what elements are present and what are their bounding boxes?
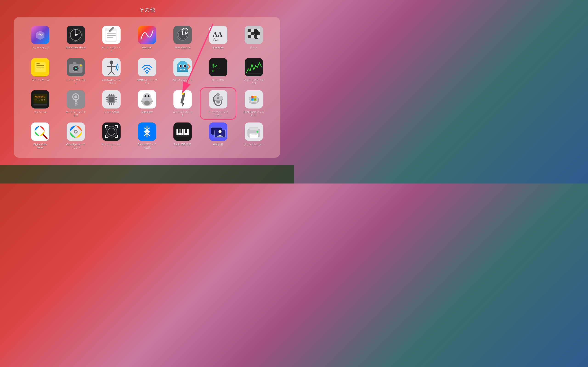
svg-rect-128 bbox=[254, 98, 256, 100]
svg-rect-84 bbox=[75, 102, 78, 103]
colormetric-label: Digital Color Meter bbox=[30, 143, 51, 149]
timemachine-icon bbox=[173, 26, 192, 44]
printcenter-icon bbox=[245, 123, 263, 141]
svg-rect-159 bbox=[250, 133, 258, 138]
svg-point-38 bbox=[254, 29, 259, 35]
app-airmac[interactable]: AirMacユーティリティ bbox=[130, 56, 164, 87]
svg-point-119 bbox=[217, 97, 219, 99]
svg-text:$>_: $>_ bbox=[212, 63, 220, 68]
bluetooth-label: Bluetoothファイル交換 bbox=[137, 143, 157, 149]
app-printcenter[interactable]: プリントセンター bbox=[236, 121, 271, 151]
chess-label: チェス bbox=[250, 46, 258, 49]
terminal-icon: $>_ ▮ bbox=[209, 58, 227, 76]
app-audiomidi[interactable]: Audio MIDI設定 bbox=[165, 121, 200, 151]
airmac-icon bbox=[138, 58, 156, 76]
app-textedit[interactable]: テキストエディット bbox=[94, 24, 129, 54]
app-screenshot[interactable]: スクリーンショット bbox=[94, 121, 129, 151]
svg-text:WARNING: WARNING bbox=[35, 95, 45, 98]
automator-icon bbox=[138, 90, 156, 108]
screenshot-label: スクリーンショット bbox=[101, 143, 122, 149]
folder-container: ショートカット Q QuickTime Player bbox=[14, 17, 280, 158]
svg-rect-158 bbox=[250, 127, 258, 130]
app-keychain[interactable]: キーチェーンアクセス bbox=[59, 88, 93, 119]
shortcuts-label: ショートカット bbox=[32, 46, 49, 49]
svg-rect-39 bbox=[255, 38, 258, 39]
sysinfo-label: システム情報 bbox=[104, 110, 119, 114]
svg-rect-149 bbox=[178, 129, 180, 133]
app-imagecapture[interactable]: イメージキャプチャ bbox=[59, 56, 93, 87]
app-automator[interactable]: Automator bbox=[130, 88, 164, 119]
app-activity[interactable]: アクティビティモニタ bbox=[236, 56, 271, 87]
diskutil-label: ディスクユーティリティ bbox=[208, 110, 229, 117]
svg-rect-34 bbox=[248, 35, 251, 38]
svg-rect-126 bbox=[254, 96, 256, 98]
printcenter-label: プリントセンター bbox=[244, 143, 264, 146]
svg-point-6 bbox=[75, 34, 77, 36]
svg-point-105 bbox=[148, 95, 149, 97]
voiceover-label: VoiceOverユーティリティ bbox=[101, 78, 122, 85]
scripteditor-icon bbox=[173, 90, 192, 108]
activity-icon bbox=[245, 58, 263, 76]
quicktime-label: QuickTime Player bbox=[66, 46, 86, 49]
app-shortcuts[interactable]: ショートカット bbox=[23, 24, 58, 54]
svg-point-131 bbox=[38, 129, 42, 133]
svg-point-52 bbox=[80, 65, 82, 66]
terminal-label: ターミナル bbox=[212, 78, 225, 81]
sysinfo-icon bbox=[102, 90, 121, 108]
colorsync-icon bbox=[67, 123, 85, 141]
app-colorsync[interactable]: ColorSyncユーティリティ bbox=[59, 121, 93, 151]
app-voiceover[interactable]: VoiceOverユーティリティ bbox=[94, 56, 129, 87]
svg-rect-151 bbox=[185, 129, 187, 133]
app-colormetric[interactable]: Digital Color Meter bbox=[23, 121, 58, 151]
svg-rect-79 bbox=[34, 104, 47, 106]
console-label: コンソール bbox=[34, 110, 47, 114]
app-quicktime[interactable]: Q QuickTime Player bbox=[59, 24, 93, 54]
app-bluetooth[interactable]: Bluetoothファイル交換 bbox=[130, 121, 164, 151]
app-grapher[interactable]: Grapher bbox=[130, 24, 164, 54]
svg-point-68 bbox=[184, 65, 186, 67]
app-console[interactable]: WARNING AY 7:36 コンソール bbox=[23, 88, 58, 119]
app-terminal[interactable]: $>_ ▮ ターミナル bbox=[201, 56, 235, 87]
app-chess[interactable]: チェス bbox=[236, 24, 271, 54]
keychain-icon bbox=[67, 90, 85, 108]
grapher-icon bbox=[138, 26, 156, 44]
console-icon: WARNING AY 7:36 bbox=[31, 90, 49, 108]
app-screensharing[interactable]: 画面共有 bbox=[201, 121, 235, 151]
svg-rect-35 bbox=[251, 35, 254, 38]
svg-rect-51 bbox=[73, 62, 77, 65]
app-fontbook[interactable]: AA Aa Font Book bbox=[201, 24, 235, 54]
stickies-label: スティッキーズ bbox=[32, 78, 49, 81]
colormetric-icon bbox=[31, 123, 49, 141]
svg-rect-150 bbox=[181, 129, 182, 133]
svg-rect-30 bbox=[248, 32, 251, 35]
svg-point-124 bbox=[249, 96, 259, 101]
app-timemachine[interactable]: Time Machine bbox=[165, 24, 200, 54]
fontbook-icon: AA Aa bbox=[209, 26, 227, 44]
svg-point-50 bbox=[75, 67, 77, 69]
svg-point-67 bbox=[180, 65, 182, 67]
svg-point-60 bbox=[146, 72, 148, 74]
app-sysinfo[interactable]: システム情報 bbox=[94, 88, 129, 119]
svg-rect-37 bbox=[257, 35, 260, 38]
shortcuts-icon bbox=[31, 26, 49, 44]
textedit-icon bbox=[102, 26, 121, 44]
app-bootcamp[interactable]: Boot Campアシスタント bbox=[236, 88, 271, 119]
screenshot-icon bbox=[102, 123, 121, 141]
app-diskutil[interactable]: ディスクユーティリティ bbox=[201, 88, 235, 119]
svg-rect-72 bbox=[245, 58, 263, 76]
svg-rect-125 bbox=[251, 96, 253, 98]
activity-label: アクティビティモニタ bbox=[243, 78, 264, 85]
timemachine-label: Time Machine bbox=[175, 46, 191, 49]
audiomidi-label: Audio MIDI設定 bbox=[174, 143, 191, 146]
svg-point-104 bbox=[145, 95, 146, 97]
app-scripteditor[interactable]: スクリプトエディタ bbox=[165, 88, 200, 119]
folder-title: その他 bbox=[0, 0, 294, 17]
apps-grid: ショートカット Q QuickTime Player bbox=[23, 24, 271, 151]
svg-rect-107 bbox=[147, 94, 147, 96]
svg-rect-85 bbox=[75, 104, 78, 105]
imagecapture-label: イメージキャプチャ bbox=[65, 78, 86, 85]
svg-rect-127 bbox=[251, 98, 253, 100]
chess-icon bbox=[245, 26, 263, 44]
app-migration[interactable]: 移行アシスタント bbox=[165, 56, 200, 87]
app-stickies[interactable]: スティッキーズ bbox=[23, 56, 58, 87]
